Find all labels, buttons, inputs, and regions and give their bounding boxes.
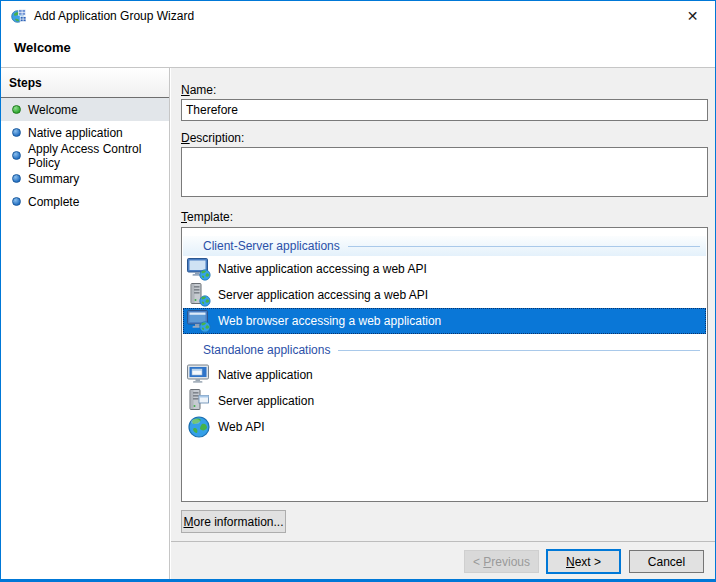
name-input[interactable] [181,99,708,121]
previous-button[interactable]: < Previous [464,550,539,573]
step-bullet-current-icon [12,105,21,114]
browser-globe-icon [186,308,212,334]
more-information-button[interactable]: More information... [181,510,286,533]
template-item-native-application[interactable]: Native application [183,362,706,388]
group-label: Client-Server applications [183,239,340,253]
template-item-web-api[interactable]: Web API [183,414,706,440]
group-rule [338,350,700,351]
template-item-label: Native application accessing a web API [218,262,427,276]
close-button[interactable]: ✕ [670,1,715,31]
step-item-welcome[interactable]: Welcome [1,98,169,121]
description-label: Description: [181,131,244,145]
wizard-window: Add Application Group Wizard ✕ Welcome S… [0,0,716,582]
step-item-summary[interactable]: Summary [1,167,169,190]
template-label: Template: [181,210,233,224]
step-item-apply-access-control-policy[interactable]: Apply Access Control Policy [1,144,169,167]
template-item-label: Native application [218,368,313,382]
globe-icon [186,414,212,440]
step-label: Welcome [28,103,78,117]
name-label: Name: [181,83,216,97]
template-item-web-browser-web-app[interactable]: Web browser accessing a web application [183,308,706,334]
step-bullet-icon [12,197,21,206]
monitor-window-icon [186,362,212,388]
description-input[interactable] [181,147,708,197]
template-listbox[interactable]: Client-Server applications Nativ [181,227,708,502]
template-item-server-app-web-api[interactable]: Server application accessing a web API [183,282,706,308]
step-bullet-icon [12,151,21,160]
group-header-standalone: Standalone applications [183,340,706,360]
step-label: Native application [28,126,123,140]
steps-header: Steps [1,68,169,98]
step-label: Complete [28,195,79,209]
template-item-label: Server application [218,394,314,408]
footer-divider [171,541,715,542]
server-window-icon [186,388,212,414]
step-bullet-icon [12,128,21,137]
group-header-client-server: Client-Server applications [183,236,706,256]
page-title: Welcome [14,40,71,55]
template-item-label: Web API [218,420,264,434]
title-bar: Add Application Group Wizard ✕ [1,1,715,31]
step-label: Apply Access Control Policy [28,142,169,170]
step-label: Summary [28,172,79,186]
server-globe-icon [186,282,212,308]
close-icon: ✕ [687,8,699,24]
steps-sidebar: Steps Welcome Native application Apply A… [1,68,170,579]
step-bullet-icon [12,174,21,183]
template-item-native-app-web-api[interactable]: Native application accessing a web API [183,256,706,282]
monitor-globe-icon [186,256,212,282]
step-item-complete[interactable]: Complete [1,190,169,213]
template-item-server-application[interactable]: Server application [183,388,706,414]
application-group-icon [11,8,27,24]
template-item-label: Server application accessing a web API [218,288,428,302]
cancel-button[interactable]: Cancel [629,550,704,573]
next-button[interactable]: Next > [546,549,621,574]
group-rule [348,246,700,247]
main-panel: Name: Description: Template: Client-Serv… [171,68,715,579]
window-title: Add Application Group Wizard [34,1,194,31]
template-item-label: Web browser accessing a web application [218,314,441,328]
group-label: Standalone applications [183,343,330,357]
